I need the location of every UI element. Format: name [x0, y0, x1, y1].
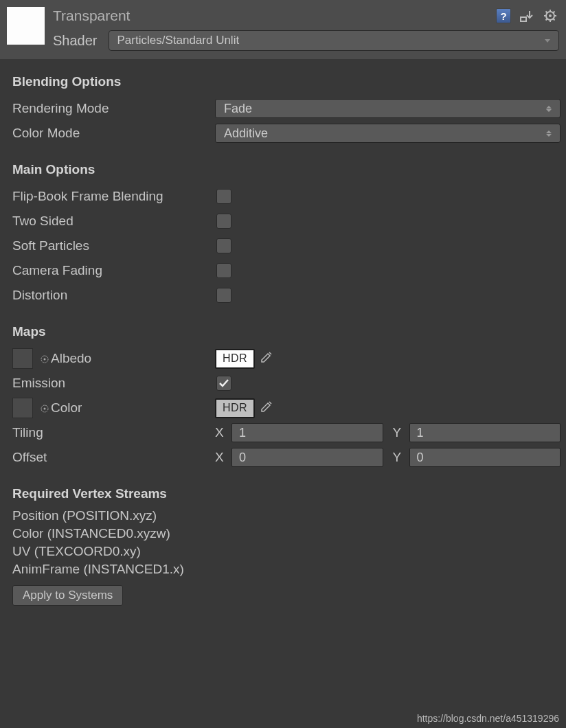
soft-particles-label: Soft Particles	[12, 238, 215, 253]
rendering-mode-value: Fade	[224, 102, 252, 116]
soft-particles-checkbox[interactable]	[216, 238, 231, 253]
main-options-header: Main Options	[12, 162, 561, 177]
offset-y-input[interactable]: 0	[409, 448, 561, 467]
shader-dropdown[interactable]: Particles/Standard Unlit	[109, 30, 560, 51]
emission-color-label: Color	[51, 400, 82, 415]
camera-fading-checkbox[interactable]	[216, 263, 231, 278]
color-mode-label: Color Mode	[12, 126, 215, 141]
blending-options-header: Blending Options	[12, 74, 561, 89]
two-sided-checkbox[interactable]	[216, 214, 231, 229]
svg-point-6	[44, 408, 46, 410]
inspector-header: Transparent ? Shader Particles/Standard …	[0, 0, 566, 59]
vertex-streams-header: Required Vertex Streams	[12, 486, 561, 501]
emission-label: Emission	[12, 376, 215, 391]
emission-color-texture-slot[interactable]	[12, 398, 33, 418]
albedo-color-field[interactable]: HDR	[215, 349, 255, 369]
watermark: https://blog.csdn.net/a451319296	[417, 713, 559, 724]
maps-header: Maps	[12, 324, 561, 339]
eyedropper-icon[interactable]	[259, 350, 274, 368]
tiling-x-input[interactable]: 1	[231, 423, 383, 442]
offset-label: Offset	[12, 450, 215, 465]
distortion-label: Distortion	[12, 288, 215, 303]
tiling-x-label: X	[215, 425, 227, 440]
svg-rect-0	[521, 17, 526, 21]
albedo-label: Albedo	[51, 351, 91, 365]
color-mode-dropdown[interactable]: Additive	[215, 124, 561, 143]
apply-to-systems-button[interactable]: Apply to Systems	[12, 585, 123, 606]
tiling-y-label: Y	[393, 425, 405, 440]
rendering-mode-dropdown[interactable]: Fade	[215, 99, 561, 118]
rendering-mode-label: Rendering Mode	[12, 101, 215, 116]
distortion-checkbox[interactable]	[216, 288, 231, 303]
offset-x-label: X	[215, 450, 227, 465]
two-sided-label: Two Sided	[12, 214, 215, 229]
material-preview[interactable]	[7, 7, 45, 45]
color-mode-value: Additive	[224, 126, 268, 141]
albedo-target-icon[interactable]	[40, 354, 49, 364]
shader-value: Particles/Standard Unlit	[117, 34, 240, 47]
stream-item: AnimFrame (INSTANCED1.x)	[12, 562, 561, 577]
camera-fading-label: Camera Fading	[12, 263, 215, 278]
gear-icon[interactable]	[541, 7, 559, 25]
offset-x-input[interactable]: 0	[231, 448, 383, 467]
stream-item: Color (INSTANCED0.xyzw)	[12, 526, 561, 541]
offset-y-label: Y	[393, 450, 405, 465]
eyedropper-icon[interactable]	[259, 399, 274, 418]
preset-icon[interactable]	[518, 7, 536, 25]
emission-color-field[interactable]: HDR	[215, 398, 255, 418]
emission-color-target-icon[interactable]	[40, 404, 49, 413]
shader-label: Shader	[53, 33, 98, 49]
flipbook-label: Flip-Book Frame Blending	[12, 189, 215, 204]
material-name: Transparent	[53, 8, 130, 24]
svg-point-4	[44, 359, 46, 361]
tiling-label: Tiling	[12, 425, 215, 440]
tiling-y-input[interactable]: 1	[409, 423, 561, 442]
stream-item: UV (TEXCOORD0.xy)	[12, 544, 561, 559]
emission-checkbox[interactable]	[216, 376, 231, 391]
help-icon[interactable]: ?	[495, 7, 512, 25]
albedo-texture-slot[interactable]	[12, 348, 33, 369]
stream-item: Position (POSITION.xyz)	[12, 508, 561, 523]
svg-point-2	[549, 14, 552, 17]
flipbook-checkbox[interactable]	[216, 189, 231, 204]
